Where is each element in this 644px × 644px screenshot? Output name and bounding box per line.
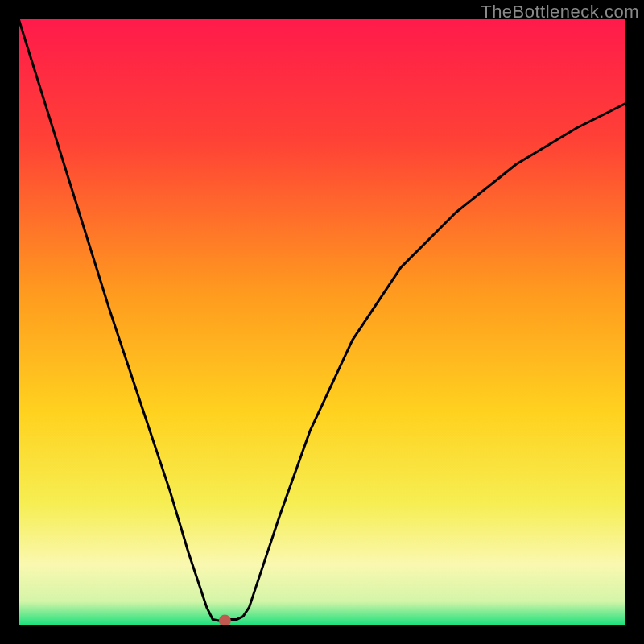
- gradient-background: [19, 19, 625, 625]
- chart-frame: [19, 19, 625, 625]
- bottleneck-plot: [19, 19, 625, 625]
- watermark-text: TheBottleneck.com: [481, 2, 639, 23]
